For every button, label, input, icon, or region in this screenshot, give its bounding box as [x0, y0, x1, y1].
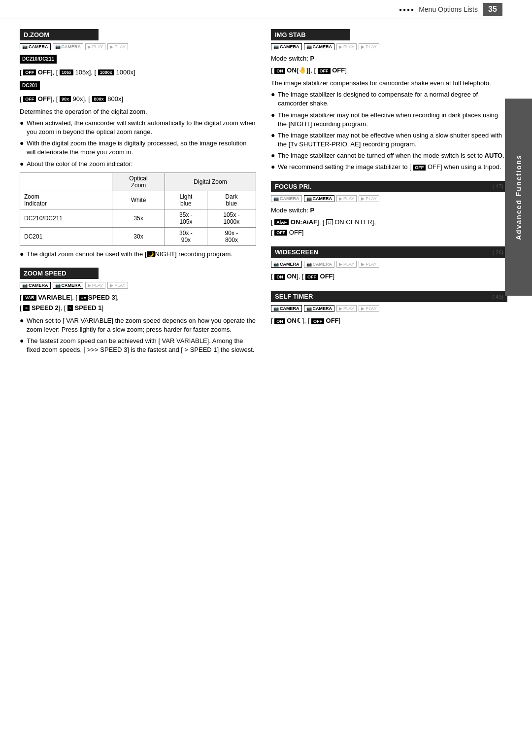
is-bullet-dot-3: ●: [271, 131, 278, 139]
dzoom-bullet4: ● The digital zoom cannot be used with t…: [20, 250, 256, 259]
img-stab-header: IMG STAB: [271, 29, 350, 40]
advanced-functions-sidebar: Advanced Functions: [505, 99, 532, 296]
is-camera-active2: 📷CAMERA: [304, 43, 335, 50]
ws-camera-gray1: 📷CAMERA: [304, 261, 335, 268]
st-mode-icons: 📷CAMERA 📷CAMERA ▶PLAY ▶PLAY: [271, 305, 507, 312]
off-badge-st: OFF: [311, 318, 324, 324]
ws-play-icon2: ▶PLAY: [359, 261, 379, 268]
zs-bullet2: ● The fastest zoom speed can be achieved…: [20, 337, 256, 354]
ws-mode-icons: 📷CAMERA 📷CAMERA ▶PLAY ▶PLAY: [271, 261, 507, 268]
dzoom-mode-icons: 📷CAMERA 📷CAMERA ▶PLAY ▶PLAY: [20, 43, 256, 50]
dc201-formula: [ OFF OFF], [ 90x 90x], [ 800x 800x]: [20, 94, 256, 104]
zoom-indicator-label: ZoomIndicator: [20, 191, 112, 209]
img-stab-section: IMG STAB 📷CAMERA 📷CAMERA ▶PLAY ▶PLAY: [271, 29, 507, 172]
off-badge-is2: OFF: [413, 165, 426, 171]
dc201-label-row: DC201: [20, 81, 256, 92]
off-badge-ws: OFF: [305, 274, 318, 280]
on-badge-is: ON: [274, 68, 285, 74]
main-content: D.ZOOM 📷CAMERA 📷CAMERA ▶PLAY ▶PLAY: [0, 19, 532, 373]
speed2-badge: »: [23, 305, 30, 311]
self-timer-ref: ( 49): [492, 294, 503, 300]
ws-camera-active1: 📷CAMERA: [271, 261, 302, 268]
st-formula: [ ON ON☾], [ OFF OFF]: [271, 316, 507, 326]
dc210-model-label: DC210/DC211: [20, 55, 57, 64]
bullet-dot-2: ●: [20, 139, 27, 147]
var-badge: VAR: [23, 295, 36, 301]
dzoom-bullet4-text: The digital zoom cannot be used with the…: [27, 250, 233, 259]
is-bullet2-text: The image stabilizer may not be effectiv…: [278, 111, 507, 129]
90x-badge: 90x: [60, 96, 71, 102]
zoom-speed-header: ZOOM SPEED: [20, 268, 99, 279]
bullet-dot-4: ●: [20, 250, 27, 258]
st-camera-active1: 📷CAMERA: [271, 305, 302, 312]
header-dots: ●●●●: [399, 7, 415, 12]
zoom-speed-mode-icons: 📷CAMERA 📷CAMERA ▶PLAY ▶PLAY: [20, 282, 256, 289]
fp-play-icon2: ▶PLAY: [359, 195, 379, 202]
dc210-optical: 35x: [112, 209, 165, 227]
zs-camera-active2: 📷CAMERA: [53, 282, 84, 289]
is-bullet5: ● We recommend setting the image stabili…: [271, 163, 507, 172]
zs-bullet-dot-2: ●: [20, 337, 27, 345]
zs-bullet2-text: The fastest zoom speed can be achieved w…: [27, 337, 256, 354]
zs-bullet1-text: When set to [ VAR VARIABLE] the zoom spe…: [27, 316, 256, 334]
widescreen-title: WIDESCREEN: [275, 248, 318, 256]
fp-camera-active1: 📷CAMERA: [304, 195, 335, 202]
table-header-optical: OpticalZoom: [112, 172, 165, 191]
zoom-indicator-dark: Darkblue: [207, 191, 256, 209]
dc210-label-row: DC210/DC211: [20, 54, 256, 65]
is-bullet5-text: We recommend setting the image stabilize…: [278, 163, 501, 172]
off-badge-is: OFF: [318, 68, 331, 74]
dc201-optical: 30x: [112, 227, 165, 245]
camera-inactive-icon1: 📷CAMERA: [53, 43, 84, 50]
page-wrapper: ●●●● Menu Options Lists 35 Advanced Func…: [0, 0, 532, 373]
on-badge-ws: ON: [274, 274, 285, 280]
focus-pri-ref: ( 47): [492, 183, 503, 189]
self-timer-header: SELF TIMER ( 49): [271, 291, 507, 302]
off-badge-1: OFF: [23, 69, 36, 75]
bullet-dot-1: ●: [20, 119, 27, 127]
dzoom-bullet2-text: With the digital zoom the image is digit…: [27, 139, 256, 157]
is-bullet3-text: The image stabilizer may not be effectiv…: [278, 131, 507, 149]
on-badge-st: ON: [274, 318, 285, 324]
is-bullet4: ● The image stabilizer cannot be turned …: [271, 151, 507, 160]
dc210-dark: 105x -1000x: [207, 209, 256, 227]
speed3-badge: »»: [79, 295, 88, 301]
dzoom-section: D.ZOOM 📷CAMERA 📷CAMERA ▶PLAY ▶PLAY: [20, 29, 256, 259]
is-bullet2: ● The image stabilizer may not be effect…: [271, 111, 507, 129]
fp-formula: [ AiAF ON:AiAF], [ □ ON:CENTER], [ OFF O…: [271, 217, 507, 238]
ws-formula: [ ON ON], [ OFF OFF]: [271, 272, 507, 282]
dzoom-bullet1-text: When activated, the camcorder will switc…: [27, 119, 256, 137]
is-para1: The image stabilizer compensates for cam…: [271, 79, 507, 88]
fp-mode-icons: 📷CAMERA 📷CAMERA ▶PLAY ▶PLAY: [271, 195, 507, 202]
self-timer-section: SELF TIMER ( 49) 📷CAMERA 📷CAMERA ▶PLAY ▶…: [271, 291, 507, 326]
table-header-digital: Digital Zoom: [165, 172, 256, 191]
800x-badge: 800x: [92, 96, 106, 102]
fp-mode-switch: Mode switch: P: [271, 206, 507, 215]
is-bullet1: ● The image stabilizer is designed to co…: [271, 90, 507, 108]
left-column: D.ZOOM 📷CAMERA 📷CAMERA ▶PLAY ▶PLAY: [20, 29, 256, 363]
fp-camera-gray1: 📷CAMERA: [271, 195, 302, 202]
is-camera-active1: 📷CAMERA: [271, 43, 302, 50]
aiaf-badge: AiAF: [274, 219, 289, 225]
widescreen-header: WIDESCREEN ( 26): [271, 246, 507, 258]
focus-pri-section: FOCUS PRI. ( 47) 📷CAMERA 📷CAMERA ▶PLAY ▶…: [271, 181, 507, 238]
speed1-badge: ›: [67, 305, 73, 311]
widescreen-ref: ( 26): [492, 249, 503, 255]
zs-play-icon2: ▶PLAY: [107, 282, 128, 289]
is-bullet4-text: The image stabilizer cannot be turned of…: [278, 151, 504, 160]
dzoom-bullet3: ● About the color of the zoom indicator:: [20, 160, 256, 169]
1000x-badge: 1000x: [98, 69, 114, 75]
widescreen-section: WIDESCREEN ( 26) 📷CAMERA 📷CAMERA ▶PLAY ▶…: [271, 246, 507, 282]
st-play-icon1: ▶PLAY: [336, 305, 357, 312]
dzoom-header: D.ZOOM: [20, 29, 99, 40]
fp-play-icon1: ▶PLAY: [336, 195, 357, 202]
dc210-formula: [ OFF OFF], [ 105x 105x], [ 1000x 1000x]: [20, 68, 256, 78]
st-camera-active2: 📷CAMERA: [304, 305, 335, 312]
dc201-dark: 90x -800x: [207, 227, 256, 245]
zoom-indicator-light: Lightblue: [165, 191, 207, 209]
bullet-dot-3: ●: [20, 160, 27, 168]
zoom-speed-formula: [ VAR VARIABLE], [ »»SPEED 3], [ » SPEED…: [20, 293, 256, 313]
is-play-icon1: ▶PLAY: [336, 43, 357, 50]
dc201-light: 30x -90x: [165, 227, 207, 245]
zoom-speed-section: ZOOM SPEED 📷CAMERA 📷CAMERA ▶PLAY ▶PLAY: [20, 268, 256, 354]
